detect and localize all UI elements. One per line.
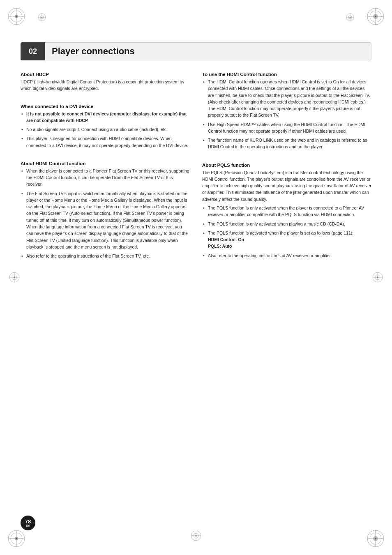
chapter-title: Player connections xyxy=(52,46,135,57)
section-body-hdmi-control-use: The HDMI Control function operates when … xyxy=(202,78,371,150)
section-body-hdcp: HDCP (High-bandwidth Digital Content Pro… xyxy=(21,78,190,92)
section-hdmi-control-use: To use the HDMI Control function The HDM… xyxy=(202,72,371,153)
svg-point-38 xyxy=(195,535,197,537)
section-dvi: When connected to a DVI device It is not… xyxy=(21,104,190,151)
left-column: About HDCP HDCP (High-bandwidth Digital … xyxy=(21,72,190,514)
page-lang: En xyxy=(26,524,30,527)
chapter-title-bar: Player connections xyxy=(45,42,371,60)
section-title-pqls: About PQLS function xyxy=(202,163,371,168)
section-title-hdmi-control-about: About HDMI Control function xyxy=(21,161,190,166)
section-body-hdmi-control-about: When the player is connected to a Pionee… xyxy=(21,168,190,259)
section-about-hdcp: About HDCP HDCP (High-bandwidth Digital … xyxy=(21,72,190,94)
chapter-number: 02 xyxy=(21,42,45,60)
section-title-dvi: When connected to a DVI device xyxy=(21,104,190,109)
svg-point-17 xyxy=(16,538,17,539)
section-body-dvi: It is not possible to connect DVI device… xyxy=(21,111,190,149)
page-number: 78 xyxy=(25,519,31,524)
chapter-header: 02 Player connections xyxy=(21,41,371,62)
svg-point-23 xyxy=(375,538,376,539)
svg-point-28 xyxy=(14,276,15,278)
page-number-box: 78 En xyxy=(21,516,35,530)
section-title-hdmi-control-use: To use the HDMI Control function xyxy=(202,72,371,77)
section-hdmi-control-about: About HDMI Control function When the pla… xyxy=(21,161,190,262)
reg-mark-right xyxy=(371,271,384,284)
main-content: About HDCP HDCP (High-bandwidth Digital … xyxy=(21,72,371,514)
section-title-hdcp: About HDCP xyxy=(21,72,190,77)
svg-point-43 xyxy=(42,17,43,18)
reg-mark-top-left-inner xyxy=(37,12,47,23)
reg-mark-top-right-inner xyxy=(345,12,355,23)
reg-mark-bottom-center xyxy=(190,530,202,543)
corner-decoration-tl xyxy=(4,4,29,29)
page: 02 Player connections About HDCP HDCP (H… xyxy=(0,0,392,555)
section-pqls: About PQLS function The PQLS (Precision … xyxy=(202,163,371,261)
svg-point-48 xyxy=(350,17,351,18)
corner-decoration-br xyxy=(363,526,388,551)
svg-point-5 xyxy=(16,16,17,17)
corner-decoration-tr xyxy=(363,4,388,29)
right-column: To use the HDMI Control function The HDM… xyxy=(202,72,371,514)
reg-mark-left xyxy=(8,271,21,284)
corner-decoration-bl xyxy=(4,526,29,551)
svg-point-33 xyxy=(377,276,378,278)
svg-point-11 xyxy=(375,16,376,17)
section-body-pqls: The PQLS (Precision Quartz Lock System) … xyxy=(202,169,371,259)
